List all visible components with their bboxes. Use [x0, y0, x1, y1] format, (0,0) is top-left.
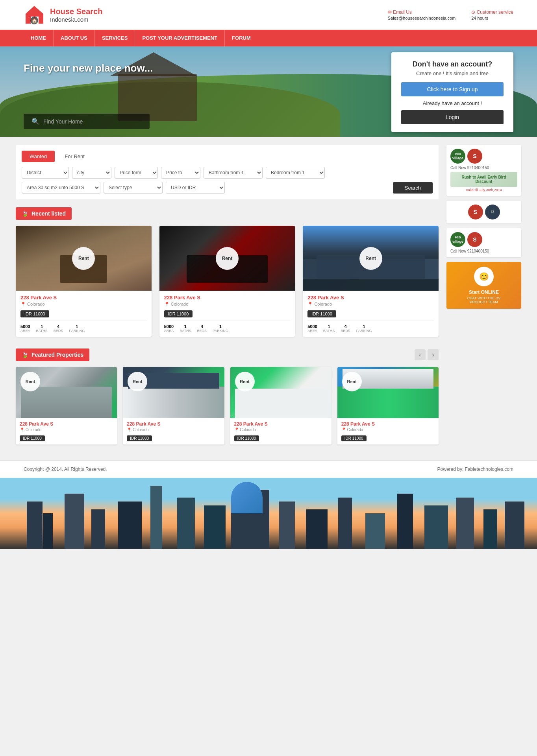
logo-area: 🏠 House Search Indonesia.com	[24, 4, 102, 26]
search-row-1: District city Price form Price to Bathro…	[22, 167, 433, 179]
signup-button[interactable]: Click here to Sign up	[401, 82, 504, 96]
price-tag: IDR 11000	[20, 310, 49, 317]
footer-powered-by: Powered by: Fabletechnologies.com	[437, 467, 513, 472]
bedroom-select[interactable]: Bedroom from 1	[266, 167, 325, 179]
rent-badge-2: Rent	[216, 247, 239, 270]
stat-parking-2: 1PARKING	[213, 324, 228, 333]
footer-copyright: Copyright @ 2014. All Rights Reserved.	[24, 467, 107, 472]
featured-icon: 🍃	[22, 352, 28, 358]
hero-section: Fine your new place now... 🔍 Find Your H…	[0, 46, 537, 137]
property-info-3: 228 Park Ave S 📍 Colorado IDR 11000 5000…	[303, 291, 439, 337]
nav-services[interactable]: SERVICES	[95, 30, 135, 46]
logo-icon: 🏠	[24, 4, 45, 26]
prev-arrow[interactable]: ‹	[415, 349, 426, 360]
property-card[interactable]: Rent 228 Park Ave S 📍 Colorado IDR 11000…	[159, 226, 295, 337]
recent-listed-icon: 🍃	[22, 210, 28, 217]
featured-title: Featured Properties	[31, 352, 83, 358]
main-wrapper: Wanted For Rent District city Price form…	[0, 137, 537, 460]
logo-subtitle: Indonesia.com	[50, 16, 102, 23]
property-image-2: Rent	[159, 226, 295, 291]
svg-text:🏠: 🏠	[31, 18, 37, 24]
featured-card-4[interactable]: Rent 228 Park Ave S 📍 Colorado IDR 11000	[337, 367, 439, 444]
property-location-3: 📍 Colorado	[307, 302, 434, 307]
logo-text: House Search Indonesia.com	[50, 7, 102, 23]
price-from-select[interactable]: Price form	[115, 167, 158, 179]
stat-parking-3: 1PARKING	[356, 324, 372, 333]
featured-nav-arrows: ‹ ›	[415, 349, 439, 360]
rent-badge-1: Rent	[72, 247, 95, 270]
recent-listed-section: 🍃 Recent listed Rent 228 Park Ave S	[16, 207, 439, 337]
property-stats-3: 5000AREA 1BATHS 4BEDS 1PARKING	[307, 321, 434, 333]
sidebar-ad-2[interactable]: S 🛡	[446, 201, 521, 223]
nav-post-ad[interactable]: POST YOUR ADVERTISEMENT	[135, 30, 225, 46]
search-icon: 🔍	[31, 118, 39, 125]
property-info: 228 Park Ave S 📍 Colorado IDR 11000 5000…	[16, 291, 152, 337]
featured-card-2[interactable]: Rent 228 Park Ave S 📍 Colorado IDR 11000	[123, 367, 224, 444]
sidebar-ad-3[interactable]: ecovillage S Call Now 9210400150	[446, 228, 521, 257]
property-card[interactable]: Rent 228 Park Ave S 📍 Colorado IDR 11000…	[303, 226, 439, 337]
area-select[interactable]: Area 30 sq m2 unto 5000 Sq	[22, 182, 100, 194]
stat-area: 5000AREA	[20, 324, 30, 333]
featured-grid: Rent 228 Park Ave S 📍 Colorado IDR 11000…	[16, 367, 439, 444]
rent-badge-f3: Rent	[235, 372, 255, 391]
property-address: 228 Park Ave S	[20, 295, 147, 301]
city-skyline	[0, 478, 537, 549]
recent-properties-grid: Rent 228 Park Ave S 📍 Colorado IDR 11000…	[16, 226, 439, 337]
search-panel: Wanted For Rent District city Price form…	[16, 145, 439, 199]
recent-listed-header: 🍃 Recent listed	[16, 207, 72, 220]
already-account-text: Already have an account !	[401, 100, 504, 106]
hero-tagline: Fine your new place now...	[24, 62, 153, 74]
property-address-2: 228 Park Ave S	[164, 295, 291, 301]
featured-card-3[interactable]: Rent 228 Park Ave S 📍 Colorado IDR 11000	[230, 367, 331, 444]
tab-for-rent[interactable]: For Rent	[57, 151, 93, 162]
main-content: Wanted For Rent District city Price form…	[16, 145, 439, 452]
next-arrow[interactable]: ›	[428, 349, 439, 360]
type-select[interactable]: Select type	[104, 182, 163, 194]
signup-box: Don't have an account? Create one ! It's…	[391, 52, 513, 132]
header: 🏠 House Search Indonesia.com ✉ Email Us …	[0, 0, 537, 30]
nav-forum[interactable]: FORUM	[225, 30, 258, 46]
featured-card-1[interactable]: Rent 228 Park Ave S 📍 Colorado IDR 11000	[16, 367, 117, 444]
featured-image-2: Rent	[123, 367, 224, 418]
featured-header: 🍃 Featured Properties ‹ ›	[16, 348, 439, 361]
sidebar-ad-4[interactable]: 😊 Start ONLINE CHAT WITH THE DVPRODUCT T…	[446, 262, 521, 309]
stat-beds-2: 4BEDS	[197, 324, 207, 333]
email-value[interactable]: Sales@housesearchindonesia.com	[388, 16, 456, 20]
featured-info-1: 228 Park Ave S 📍 Colorado IDR 11000	[16, 418, 117, 444]
currency-select[interactable]: USD or IDR	[166, 182, 225, 194]
property-card[interactable]: Rent 228 Park Ave S 📍 Colorado IDR 11000…	[16, 226, 152, 337]
tab-wanted[interactable]: Wanted	[22, 151, 55, 162]
property-stats-2: 5000AREA 1BATHS 4BEDS 1PARKING	[164, 321, 291, 333]
sidebar-ad-1[interactable]: ecovillage S Call Now 9210400150 Rush to…	[446, 145, 521, 196]
footer: Copyright @ 2014. All Rights Reserved. P…	[0, 460, 537, 478]
district-select[interactable]: District	[22, 167, 69, 179]
nav-home[interactable]: HOME	[24, 30, 54, 46]
stat-beds: 4BEDS	[54, 324, 63, 333]
sidebar: ecovillage S Call Now 9210400150 Rush to…	[446, 145, 521, 452]
rent-badge-f1: Rent	[20, 372, 40, 391]
login-button[interactable]: Login	[401, 110, 504, 124]
price-to-select[interactable]: Price to	[161, 167, 200, 179]
service-label: Customer service	[477, 9, 513, 15]
city-select[interactable]: city	[72, 167, 111, 179]
search-tabs: Wanted For Rent	[22, 151, 433, 162]
property-image: Rent	[16, 226, 152, 291]
featured-image-3: Rent	[230, 367, 331, 418]
recent-listed-title: Recent listed	[31, 210, 66, 217]
search-row-2: Area 30 sq m2 unto 5000 Sq Select type U…	[22, 182, 433, 194]
signup-subtitle: Create one ! It's simple and free	[401, 70, 504, 76]
property-address-3: 228 Park Ave S	[307, 295, 434, 301]
email-label: Email Us	[393, 9, 412, 15]
featured-title-block: 🍃 Featured Properties	[16, 348, 89, 361]
property-stats: 5000AREA 1BATHS 4BEDS 1PARKING	[20, 321, 147, 333]
hero-search-text: Find Your Home	[43, 118, 83, 125]
property-info-2: 228 Park Ave S 📍 Colorado IDR 11000 5000…	[159, 291, 295, 337]
bathroom-select[interactable]: Bathroom from 1	[204, 167, 263, 179]
search-button[interactable]: Search	[393, 182, 433, 194]
rent-badge-f4: Rent	[342, 372, 362, 391]
property-location-2: 📍 Colorado	[164, 302, 291, 307]
hero-search-bar[interactable]: 🔍 Find Your Home	[24, 114, 150, 129]
nav-about[interactable]: ABOUT US	[54, 30, 95, 46]
email-contact: ✉ Email Us Sales@housesearchindonesia.co…	[388, 9, 456, 20]
featured-info-4: 228 Park Ave S 📍 Colorado IDR 11000	[337, 418, 439, 444]
